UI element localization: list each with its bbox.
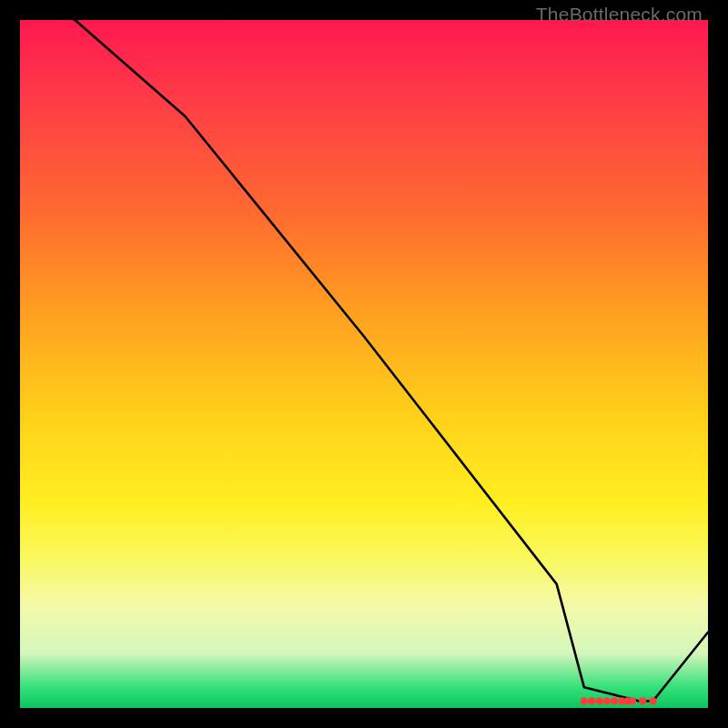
line-series: [20, 0, 708, 701]
optimal-marker: [639, 697, 646, 704]
optimal-marker: [629, 697, 636, 704]
chart-svg: [20, 20, 708, 708]
bottleneck-curve: [20, 0, 708, 701]
optimal-marker: [595, 697, 602, 704]
chart-stage: TheBottleneck.com: [0, 0, 728, 728]
optimal-marker: [581, 697, 588, 704]
optimal-marker: [603, 697, 611, 704]
optimal-marker: [588, 697, 595, 704]
optimal-marker: [649, 697, 656, 704]
optimal-marker: [611, 697, 618, 704]
optimal-range-markers: [581, 697, 657, 704]
